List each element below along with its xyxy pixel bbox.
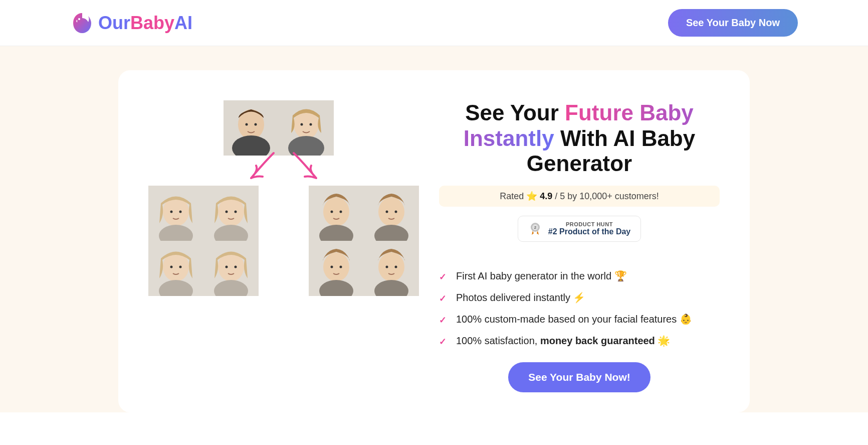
child-photo <box>364 186 419 241</box>
ph-label: PRODUCT HUNT <box>548 221 630 227</box>
logo-text-ai: AI <box>174 13 192 33</box>
child-photo <box>364 241 419 296</box>
family-tree-visual <box>148 100 419 321</box>
hero-title: See Your Future Baby Instantly With AI B… <box>439 100 720 177</box>
logo[interactable]: OurBabyAI <box>70 11 192 35</box>
hero-section: See Your Future Baby Instantly With AI B… <box>0 46 868 412</box>
girl-children-grid <box>148 186 259 296</box>
header: OurBabyAI See Your Baby Now <box>0 0 868 46</box>
hero-content: See Your Future Baby Instantly With AI B… <box>439 100 720 392</box>
rating-score: 4.9 <box>540 191 552 201</box>
rating-badge: Rated ⭐ 4.9 / 5 by 10,000+ customers! <box>439 186 720 207</box>
feature-list: ✓ First AI baby generator in the world 🏆… <box>439 270 720 347</box>
baby-logo-icon <box>70 11 94 35</box>
hero-card: See Your Future Baby Instantly With AI B… <box>118 70 750 412</box>
check-icon: ✓ <box>439 336 449 347</box>
feature-item: ✓ 100% custom-made based on your facial … <box>439 313 720 326</box>
child-photo <box>203 241 259 296</box>
svg-point-20 <box>78 18 80 20</box>
check-icon: ✓ <box>439 271 449 282</box>
logo-text-our: Our <box>98 13 130 33</box>
logo-text-baby: Baby <box>130 13 174 33</box>
star-icon: ⭐ <box>526 191 537 201</box>
check-icon: ✓ <box>439 315 449 326</box>
feature-item: ✓ First AI baby generator in the world 🏆 <box>439 270 720 282</box>
product-hunt-badge[interactable]: 2 PRODUCT HUNT #2 Product of the Day <box>518 216 641 242</box>
child-photo <box>203 186 259 241</box>
feature-item: ✓ Photos delivered instantly ⚡ <box>439 291 720 304</box>
arrows-icon <box>244 151 324 191</box>
feature-item: ✓ 100% satisfaction, money back guarante… <box>439 335 720 347</box>
child-photo <box>309 241 364 296</box>
parent-female-photo <box>279 100 334 156</box>
child-photo <box>148 241 203 296</box>
check-icon: ✓ <box>439 293 449 304</box>
ph-title: #2 Product of the Day <box>548 227 630 236</box>
parent-male-photo <box>224 100 279 156</box>
parent-photos <box>224 100 334 156</box>
see-baby-header-button[interactable]: See Your Baby Now <box>668 9 798 37</box>
see-baby-main-button[interactable]: See Your Baby Now! <box>508 362 650 392</box>
child-photo <box>309 186 364 241</box>
medal-icon: 2 <box>528 222 542 236</box>
boy-children-grid <box>309 186 419 296</box>
svg-text:2: 2 <box>534 225 537 230</box>
child-photo <box>148 186 203 241</box>
